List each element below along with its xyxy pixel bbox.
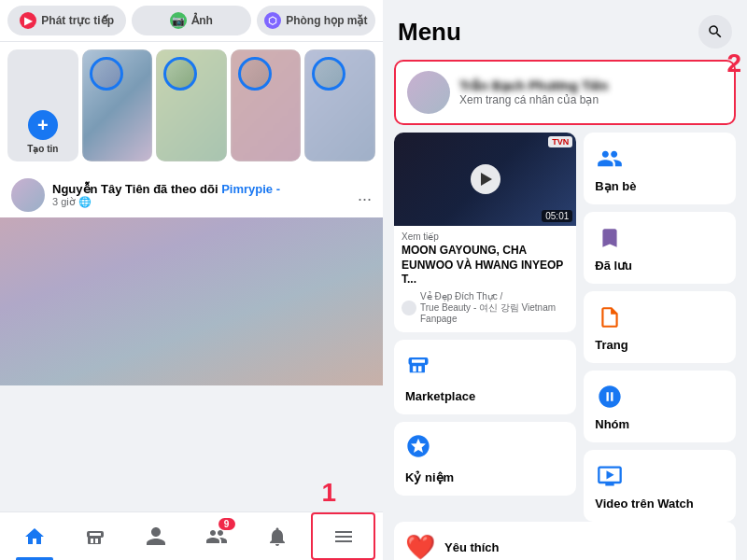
ky-niem-card[interactable]: Kỷ niệm (394, 422, 576, 496)
video-thumbnail: TVN 05:01 (394, 133, 576, 226)
number-1-badge: 1 (321, 478, 336, 508)
story-item-2[interactable] (156, 49, 227, 161)
notifications-nav-icon (266, 525, 289, 548)
friends-badge: 9 (218, 518, 235, 530)
menu-content: TVN 05:01 Xem tiếp MOON GAYOUNG, CHA EUN… (383, 133, 747, 560)
bottom-favorite-label: Yêu thích (444, 540, 500, 554)
story-item-3[interactable] (231, 49, 302, 161)
marketplace-icon (405, 351, 565, 384)
room-icon: ⬡ (264, 12, 281, 29)
bottom-nav: 9 (0, 511, 383, 560)
story-item-4[interactable] (304, 49, 375, 161)
live-button[interactable]: ▶ Phát trực tiếp (7, 6, 126, 35)
video-source-text: Vẻ Đẹp Đích Thực / True Beauty - 여신 강림 V… (420, 291, 569, 325)
story-avatar-1 (90, 57, 123, 91)
menu-title: Menu (398, 18, 461, 47)
room-button-label: Phòng họp mặt (286, 14, 367, 27)
pages-label: Trang (595, 338, 725, 352)
post-time-text: 3 giờ (52, 196, 76, 208)
stories-bar: + Tạo tin (0, 42, 383, 169)
post-author-text: Nguyễn Tây Tiên đã theo dõi (52, 182, 218, 196)
menu-two-col: TVN 05:01 Xem tiếp MOON GAYOUNG, CHA EUN… (383, 133, 747, 522)
profile-subtext: Xem trang cá nhân của bạn (459, 93, 723, 106)
tv-logo: TVN (548, 136, 572, 147)
create-story-label: Tạo tin (27, 144, 58, 154)
marketplace-label: Marketplace (405, 389, 565, 403)
action-buttons-bar: ▶ Phát trực tiếp 📷 Ảnh ⬡ Phòng họp mặt (0, 0, 383, 42)
nav-friends[interactable]: 9 (186, 512, 247, 560)
story-item-1[interactable] (82, 49, 153, 161)
live-icon: ▶ (20, 12, 36, 29)
menu-item-groups[interactable]: Nhóm (584, 371, 736, 442)
saved-icon (595, 223, 625, 253)
ky-niem-icon (405, 433, 565, 465)
profile-avatar (407, 71, 450, 114)
menu-item-watch[interactable]: Video trên Watch (584, 450, 736, 522)
groups-icon (595, 382, 625, 412)
menu-nav-icon (332, 525, 355, 548)
pages-icon (595, 302, 625, 332)
friends-label: Bạn bè (595, 179, 725, 193)
post-header: Nguyễn Tây Tiên đã theo dõi Pimrypie - 3… (0, 169, 383, 217)
play-button[interactable] (471, 164, 500, 194)
story-avatar-3 (238, 57, 272, 91)
post-author: Nguyễn Tây Tiên đã theo dõi Pimrypie - (52, 182, 350, 196)
nav-menu[interactable] (311, 512, 375, 560)
right-panel: Menu Trần Bạch Phương Tiên Xem trang cá … (383, 0, 747, 560)
friends-icon (595, 144, 625, 174)
video-duration: 05:01 (542, 210, 572, 222)
groups-label: Nhóm (595, 417, 725, 431)
video-card[interactable]: TVN 05:01 Xem tiếp MOON GAYOUNG, CHA EUN… (394, 133, 576, 332)
post-image (0, 217, 383, 385)
feed-area: Nguyễn Tây Tiên đã theo dõi Pimrypie - 3… (0, 169, 383, 511)
video-see-more: Xem tiếp (402, 231, 569, 242)
ky-niem-label: Kỷ niệm (405, 470, 565, 484)
room-button[interactable]: ⬡ Phòng họp mặt (257, 6, 375, 35)
saved-label: Đã lưu (595, 259, 725, 273)
search-icon (707, 23, 724, 40)
post-more-button[interactable]: ... (358, 186, 372, 205)
menu-item-saved[interactable]: Đã lưu (584, 212, 736, 284)
profile-section[interactable]: Trần Bạch Phương Tiên Xem trang cá nhân … (394, 60, 736, 125)
video-source-line1: Vẻ Đẹp Đích Thực / (420, 291, 502, 301)
marketplace-card[interactable]: Marketplace (394, 340, 576, 414)
nav-notifications[interactable] (247, 512, 307, 560)
menu-item-friends[interactable]: Bạn bè (584, 133, 736, 204)
marketplace-nav-icon (84, 525, 106, 548)
video-info: Xem tiếp MOON GAYOUNG, CHA EUNWOO VÀ HWA… (394, 226, 576, 332)
photo-button-label: Ảnh (191, 14, 213, 27)
left-panel: ▶ Phát trực tiếp 📷 Ảnh ⬡ Phòng họp mặt +… (0, 0, 383, 560)
menu-item-pages[interactable]: Trang (584, 291, 736, 363)
profile-nav-icon (145, 525, 167, 548)
live-button-label: Phát trực tiếp (41, 14, 114, 27)
watch-icon (595, 461, 625, 491)
photo-icon: 📷 (170, 12, 187, 29)
menu-header: Menu (383, 0, 747, 56)
video-title: MOON GAYOUNG, CHA EUNWOO VÀ HWANG INYEOP… (402, 244, 569, 287)
nav-marketplace[interactable] (64, 512, 125, 560)
watch-label: Video trên Watch (595, 497, 725, 511)
heart-icon: ❤️ (405, 533, 435, 560)
photo-button[interactable]: 📷 Ảnh (132, 6, 250, 35)
video-source-line2: True Beauty - 여신 강림 Vietnam Fanpage (420, 302, 556, 324)
post-time: 3 giờ 🌐 (52, 196, 350, 208)
profile-info: Trần Bạch Phương Tiên Xem trang cá nhân … (459, 78, 723, 106)
search-button[interactable] (698, 15, 732, 49)
menu-right-column: Bạn bè Đã lưu (584, 133, 736, 522)
home-icon (23, 525, 46, 548)
bottom-favorite-card[interactable]: ❤️ Yêu thích (394, 522, 736, 560)
video-source: Vẻ Đẹp Đích Thực / True Beauty - 여신 강림 V… (402, 291, 569, 325)
create-story-item[interactable]: + Tạo tin (7, 49, 78, 161)
story-avatar-2 (163, 57, 197, 91)
create-story-plus-icon: + (28, 110, 58, 140)
number-2-badge: 2 (726, 49, 741, 78)
post-meta: Nguyễn Tây Tiên đã theo dõi Pimrypie - 3… (52, 182, 350, 208)
profile-name: Trần Bạch Phương Tiên (459, 78, 723, 93)
nav-home[interactable] (4, 512, 64, 560)
post-avatar (11, 178, 45, 212)
post-mention: Pimrypie - (221, 182, 280, 196)
nav-profile[interactable] (125, 512, 186, 560)
post-card: Nguyễn Tây Tiên đã theo dõi Pimrypie - 3… (0, 169, 383, 385)
video-source-icon (402, 301, 416, 315)
post-globe-icon: 🌐 (78, 196, 92, 208)
